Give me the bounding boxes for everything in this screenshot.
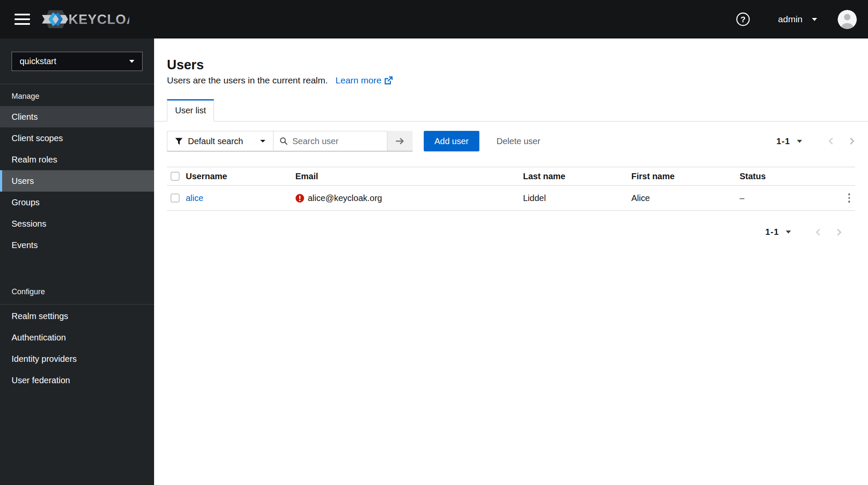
keycloak-logo-icon: KEYCLOAK [41, 9, 129, 30]
tab-user-list[interactable]: User list [167, 99, 214, 121]
username-link[interactable]: alice [186, 193, 295, 203]
first-name-value: Alice [631, 193, 740, 203]
masthead: KEYCLOAK ? admin [0, 0, 868, 38]
email-value: alice@keycloak.org [308, 193, 382, 203]
user-dropdown[interactable]: admin [778, 14, 817, 24]
avatar[interactable] [838, 10, 857, 29]
search-input[interactable] [292, 136, 374, 146]
tab-bar: User list [154, 99, 868, 121]
chevron-down-icon [129, 60, 134, 63]
column-header-email: Email [295, 172, 523, 181]
sidebar-item-realm-roles[interactable]: Realm roles [0, 149, 154, 170]
main-content: Users Users are the users in the current… [154, 38, 868, 485]
sidebar: quickstart Manage Clients Client scopes … [0, 38, 154, 485]
search-type-dropdown[interactable]: Default search [167, 131, 273, 151]
search-icon [279, 137, 288, 145]
external-link-icon [384, 76, 393, 85]
last-name-value: Liddel [523, 193, 631, 203]
sidebar-item-groups[interactable]: Groups [0, 192, 154, 213]
users-table: Username Email Last name First name Stat… [167, 167, 855, 211]
help-icon[interactable]: ? [735, 12, 751, 27]
column-header-status: Status [740, 172, 835, 181]
keycloak-admin-console: KEYCLOAK ? admin [0, 0, 868, 485]
table-header-row: Username Email Last name First name Stat… [167, 167, 855, 186]
row-actions-kebab-icon[interactable] [846, 191, 853, 205]
sidebar-item-client-scopes[interactable]: Client scopes [0, 127, 154, 149]
search-submit-button[interactable] [387, 131, 413, 151]
hamburger-menu-icon[interactable] [15, 14, 30, 25]
previous-page-icon[interactable] [815, 228, 821, 237]
current-realm: quickstart [20, 56, 56, 66]
add-user-button[interactable]: Add user [424, 131, 479, 151]
pagination-options-icon[interactable] [797, 140, 802, 143]
column-header-first-name: First name [631, 172, 740, 181]
sidebar-item-authentication[interactable]: Authentication [0, 327, 154, 348]
page-title: Users [167, 56, 855, 74]
delete-user-button[interactable]: Delete user [496, 136, 540, 146]
row-checkbox[interactable] [171, 194, 179, 202]
arrow-right-icon [395, 136, 405, 146]
sidebar-item-sessions[interactable]: Sessions [0, 213, 154, 234]
table-row: alice alice@keycloak.org Liddel Alice – [167, 186, 855, 211]
logged-in-username: admin [778, 14, 803, 24]
search-box [273, 131, 387, 151]
svg-text:?: ? [740, 15, 746, 24]
column-header-last-name: Last name [523, 172, 631, 181]
sidebar-divider [0, 304, 154, 305]
table-toolbar: Default search Add user [154, 121, 868, 151]
realm-selector[interactable]: quickstart [12, 52, 143, 71]
next-page-icon[interactable] [836, 228, 842, 237]
sidebar-item-user-federation[interactable]: User federation [0, 370, 154, 391]
pagination-options-icon[interactable] [786, 231, 791, 234]
select-all-checkbox[interactable] [171, 172, 179, 180]
column-header-username: Username [186, 172, 295, 181]
sidebar-item-clients[interactable]: Clients [0, 106, 154, 127]
email-invalid-icon [295, 194, 304, 203]
sidebar-item-events[interactable]: Events [0, 234, 154, 256]
pagination-bottom: 1-1 [154, 211, 868, 237]
keycloak-logo[interactable]: KEYCLOAK [41, 9, 129, 30]
nav-section-manage: Manage [0, 84, 154, 106]
pagination-range: 1-1 [765, 227, 779, 237]
sidebar-item-realm-settings[interactable]: Realm settings [0, 305, 154, 327]
nav-section-configure: Configure [0, 280, 154, 300]
page-description: Users are the users in the current realm… [167, 75, 328, 86]
chevron-down-icon [260, 140, 265, 142]
pagination-range: 1-1 [776, 136, 790, 146]
sidebar-item-identity-providers[interactable]: Identity providers [0, 348, 154, 370]
status-value: – [740, 193, 835, 203]
filter-icon [175, 138, 183, 145]
svg-text:KEYCLOAK: KEYCLOAK [68, 12, 129, 27]
previous-page-icon[interactable] [828, 137, 834, 145]
pagination-top: 1-1 [776, 136, 855, 146]
learn-more-link[interactable]: Learn more [336, 75, 393, 86]
next-page-icon[interactable] [849, 137, 855, 145]
sidebar-item-users[interactable]: Users [0, 170, 154, 192]
chevron-down-icon [812, 18, 817, 21]
